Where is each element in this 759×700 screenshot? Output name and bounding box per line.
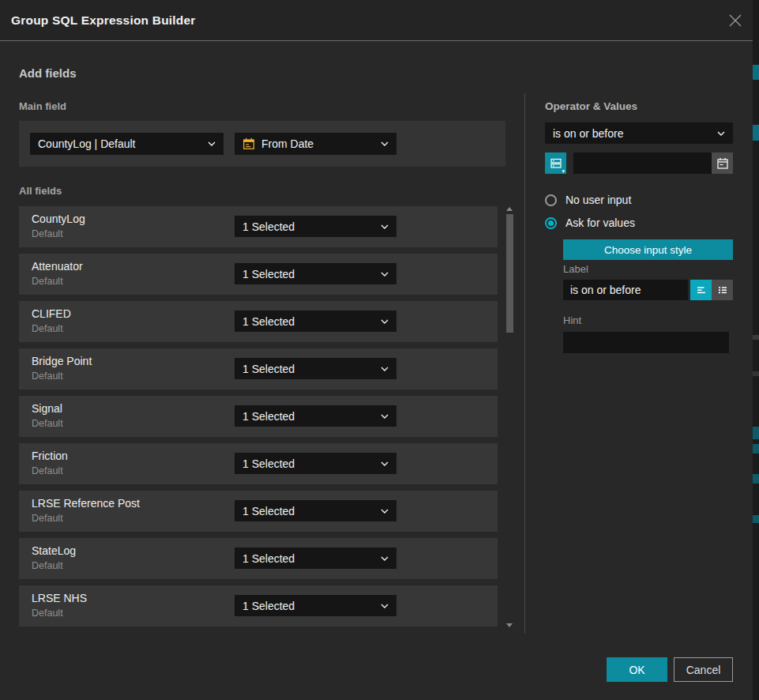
close-icon <box>728 13 742 28</box>
field-values-select-value: 1 Selected <box>242 410 295 423</box>
chevron-down-icon <box>381 319 389 324</box>
field-values-select[interactable]: 1 Selected <box>235 500 396 521</box>
field-name: StateLog <box>32 544 76 557</box>
chevron-down-icon <box>381 367 389 371</box>
hint-caption: Hint <box>563 314 581 326</box>
field-name: Bridge Point <box>32 355 92 367</box>
calendar-icon <box>242 137 255 150</box>
date-field-select-value: From Date <box>261 137 314 150</box>
field-values-select[interactable]: 1 Selected <box>235 453 396 474</box>
scrollbar-down-arrow[interactable] <box>506 623 513 627</box>
ok-button[interactable]: OK <box>607 657 667 682</box>
background-highlight-mark <box>753 444 759 453</box>
dialog-title-bar: Group SQL Expression Builder <box>0 0 753 41</box>
field-subtitle: Default <box>32 513 63 524</box>
radio-ask-for-values-label: Ask for values <box>565 216 635 229</box>
main-field-panel: CountyLog | Default From Date <box>19 121 505 167</box>
scrollbar-thumb[interactable] <box>506 214 513 333</box>
field-values-select-value: 1 Selected <box>242 315 295 328</box>
background-highlight-mark <box>753 427 759 439</box>
field-values-select[interactable]: 1 Selected <box>235 405 396 427</box>
background-highlight-mark <box>753 65 759 80</box>
label-style-list-button[interactable] <box>712 280 733 300</box>
chevron-down-icon <box>381 272 389 277</box>
panel-divider <box>524 93 525 634</box>
field-values-select[interactable]: 1 Selected <box>235 216 396 237</box>
value-type-button[interactable]: ▾ <box>545 152 566 174</box>
value-type-icon <box>550 157 562 170</box>
choose-input-style-button[interactable]: Choose input style <box>563 239 733 260</box>
field-values-select[interactable]: 1 Selected <box>235 263 396 284</box>
field-values-select-value: 1 Selected <box>242 505 295 517</box>
scrollbar-up-arrow[interactable] <box>506 207 513 211</box>
field-values-select-value: 1 Selected <box>242 457 295 470</box>
field-values-select[interactable]: 1 Selected <box>235 358 396 379</box>
field-subtitle: Default <box>32 465 63 476</box>
background-highlight-mark <box>753 125 759 141</box>
background-highlight-mark <box>753 515 759 523</box>
field-values-select-value: 1 Selected <box>242 600 295 612</box>
field-values-select[interactable]: 1 Selected <box>235 310 396 332</box>
chevron-down-icon <box>381 604 389 608</box>
field-subtitle: Default <box>32 228 63 239</box>
chevron-down-icon <box>381 556 389 561</box>
radio-no-user-input[interactable]: No user input <box>545 194 631 206</box>
chevron-down-icon <box>381 461 389 466</box>
field-name: CLIFED <box>32 307 71 320</box>
field-subtitle: Default <box>32 560 63 571</box>
field-values-select[interactable]: 1 Selected <box>235 548 396 569</box>
label-style-single-button[interactable] <box>690 280 712 300</box>
radio-selected-icon <box>545 217 557 229</box>
value-input[interactable] <box>573 152 712 174</box>
dialog-title: Group SQL Expression Builder <box>11 0 196 41</box>
close-button[interactable] <box>727 13 743 28</box>
calendar-button-icon <box>716 157 729 170</box>
label-input[interactable] <box>563 280 688 300</box>
group-sql-expression-builder-dialog: Group SQL Expression Builder Add fields … <box>0 0 753 700</box>
align-left-icon <box>695 284 708 296</box>
main-field-heading: Main field <box>19 100 66 112</box>
hint-input[interactable] <box>563 332 729 353</box>
field-values-select[interactable]: 1 Selected <box>235 595 396 616</box>
field-name: CountyLog <box>32 213 85 225</box>
label-caption: Label <box>563 263 588 275</box>
field-values-select-value: 1 Selected <box>242 268 295 280</box>
field-name: LRSE Reference Post <box>32 497 140 510</box>
field-name: LRSE NHS <box>32 592 87 604</box>
layer-select[interactable]: CountyLog | Default <box>30 133 224 155</box>
list-icon <box>716 284 729 296</box>
field-row: CountyLog Default 1 Selected <box>19 206 498 247</box>
chevron-down-icon <box>208 141 216 146</box>
field-row: Friction Default 1 Selected <box>19 443 498 484</box>
field-row: Attenuator Default 1 Selected <box>19 254 498 295</box>
chevron-down-icon <box>381 224 389 229</box>
add-fields-heading: Add fields <box>19 66 77 80</box>
chevron-down-icon <box>381 141 389 146</box>
field-row: Signal Default 1 Selected <box>19 396 498 437</box>
calendar-picker-button[interactable] <box>712 152 733 174</box>
field-row: Bridge Point Default 1 Selected <box>19 348 498 390</box>
radio-icon <box>545 194 557 206</box>
field-values-select-value: 1 Selected <box>242 220 295 233</box>
operator-select[interactable]: is on or before <box>545 122 733 144</box>
operator-select-value: is on or before <box>553 127 624 140</box>
background-highlight-mark <box>753 371 759 376</box>
field-name: Attenuator <box>32 260 83 273</box>
field-name: Signal <box>32 402 62 415</box>
chevron-down-icon <box>381 414 389 419</box>
field-subtitle: Default <box>32 371 63 382</box>
background-highlight-mark <box>753 474 759 484</box>
cancel-button[interactable]: Cancel <box>674 657 733 682</box>
field-row: LRSE NHS Default 1 Selected <box>19 585 498 627</box>
radio-ask-for-values[interactable]: Ask for values <box>545 216 635 229</box>
background-app-strip <box>753 0 759 700</box>
field-values-select-value: 1 Selected <box>242 552 295 565</box>
field-subtitle: Default <box>32 608 63 619</box>
field-subtitle: Default <box>32 418 63 429</box>
field-row: LRSE Reference Post Default 1 Selected <box>19 491 498 532</box>
date-field-select[interactable]: From Date <box>235 133 396 155</box>
chevron-down-icon <box>717 131 725 136</box>
layer-select-value: CountyLog | Default <box>38 137 136 150</box>
background-highlight-mark <box>753 335 759 340</box>
all-fields-heading: All fields <box>19 185 62 197</box>
